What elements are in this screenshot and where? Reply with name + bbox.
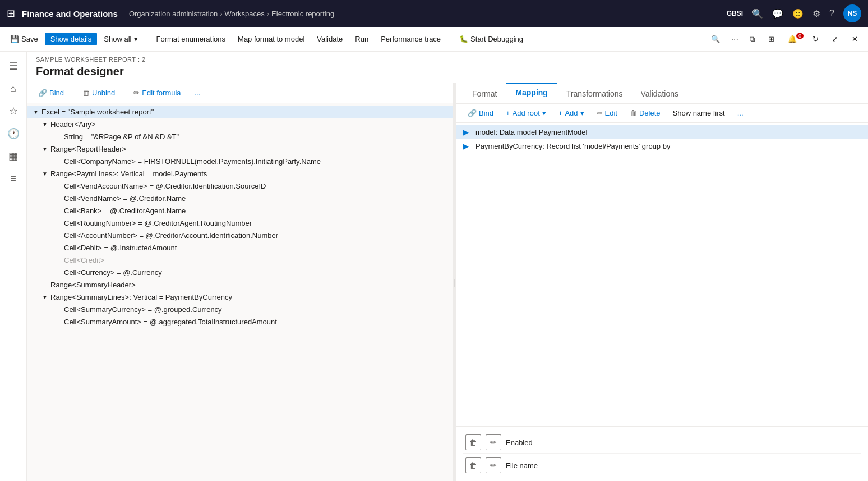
toolbar-more-icon[interactable]: ··· — [728, 32, 742, 47]
toolbar-badge-button[interactable]: 🔔0 — [782, 32, 805, 47]
bottom-row-filename: 🗑 ✏ File name — [463, 454, 861, 477]
show-name-first-button[interactable]: Show name first — [668, 107, 730, 119]
mapping-tree: ▶ model: Data model PaymentModel ▶ Payme… — [456, 123, 868, 426]
tree-item[interactable]: Cell<Debit> = @.InstructedAmount — [27, 241, 453, 254]
right-edit-button[interactable]: ✏ Edit — [592, 107, 622, 119]
toggle-icon — [54, 132, 63, 141]
breadcrumb-sep-2: › — [267, 10, 269, 18]
search-icon[interactable]: 🔍 — [752, 8, 763, 19]
add-root-button[interactable]: + Add root ▾ — [501, 107, 551, 119]
toolbar-expand-button[interactable]: ⤢ — [827, 32, 844, 47]
filename-edit-button[interactable]: ✏ — [486, 457, 501, 473]
format-tree: ▼ Excel = "Sample worksheet report" ▼ He… — [27, 103, 453, 481]
unbind-button[interactable]: 🗑 Unbind — [78, 87, 119, 99]
add-root-chevron-icon: ▾ — [542, 109, 546, 117]
breadcrumb-workspaces[interactable]: Workspaces — [224, 10, 264, 18]
sidebar-home-icon[interactable]: ⌂ — [3, 79, 24, 99]
filename-delete-button[interactable]: 🗑 — [465, 457, 481, 473]
left-pane-more-button[interactable]: ... — [190, 87, 205, 99]
tree-item[interactable]: Cell<AccountNumber> = @.CreditorAccount.… — [27, 229, 453, 241]
tree-item[interactable]: ▼ Range<SummaryLines>: Vertical = Paymen… — [27, 291, 453, 303]
run-button[interactable]: Run — [349, 33, 374, 45]
breadcrumb-sep-1: › — [220, 10, 222, 18]
tree-item[interactable]: Cell<Currency> = @.Currency — [27, 266, 453, 278]
format-enumerations-button[interactable]: Format enumerations — [151, 33, 232, 45]
main-content: SAMPLE WORKSHEET REPORT : 2 Format desig… — [27, 52, 868, 481]
enabled-delete-button[interactable]: 🗑 — [465, 434, 481, 450]
tree-item-text: Cell<VendName> = @.Creditor.Name — [64, 194, 186, 203]
bind-button[interactable]: 🔗 Bind — [34, 87, 68, 99]
toolbar-sep-1 — [147, 33, 147, 46]
toolbar-refresh-button[interactable]: ↻ — [807, 32, 824, 47]
tree-item[interactable]: Cell<Bank> = @.CreditorAgent.Name — [27, 204, 453, 217]
tree-item-text: Range<SummaryHeader> — [50, 281, 136, 289]
link-icon: 🔗 — [38, 89, 47, 97]
sidebar-favorites-icon[interactable]: ☆ — [3, 101, 24, 121]
toolbar-action2-button[interactable]: ⊞ — [763, 32, 780, 47]
tree-item[interactable]: Cell<VendName> = @.Creditor.Name — [27, 192, 453, 204]
tab-validations[interactable]: Validations — [632, 85, 687, 104]
right-bind-button[interactable]: 🔗 Bind — [463, 107, 498, 119]
tree-item[interactable]: ▼ Range<PaymLines>: Vertical = model.Pay… — [27, 167, 453, 180]
tab-format[interactable]: Format — [463, 85, 506, 104]
start-debugging-button[interactable]: 🐛 Start Debugging — [454, 33, 529, 45]
toggle-icon: ▼ — [40, 120, 49, 129]
format-tree-pane: 🔗 Bind 🗑 Unbind ✏ Edit formula ... — [27, 83, 453, 481]
left-pane-toolbar: 🔗 Bind 🗑 Unbind ✏ Edit formula ... — [27, 83, 453, 103]
toggle-icon — [54, 231, 63, 240]
tree-item-text: Range<PaymLines>: Vertical = model.Payme… — [50, 170, 207, 178]
help-icon[interactable]: ? — [829, 8, 834, 19]
tree-item-text: Header<Any> — [50, 120, 95, 129]
tree-item[interactable]: ▼ Excel = "Sample worksheet report" — [27, 106, 453, 118]
breadcrumb-er[interactable]: Electronic reporting — [271, 10, 334, 18]
map-format-to-model-button[interactable]: Map format to model — [232, 33, 310, 45]
tree-item[interactable]: String = "&RPage &P of &N &D &T" — [27, 130, 453, 143]
show-all-button[interactable]: Show all ▾ — [98, 33, 143, 45]
tree-item-text: Range<SummaryLines>: Vertical = PaymentB… — [50, 293, 232, 301]
tab-mapping[interactable]: Mapping — [506, 83, 557, 102]
delete-button[interactable]: 🗑 Delete — [625, 107, 665, 119]
mapping-item[interactable]: ▶ PaymentByCurrency: Record list 'model/… — [456, 139, 868, 153]
tree-item[interactable]: Cell<VendAccountName> = @.Creditor.Ident… — [27, 180, 453, 192]
breadcrumb-org[interactable]: Organization administration — [129, 10, 218, 18]
settings-icon[interactable]: ⚙ — [812, 8, 820, 19]
add-chevron-icon: ▾ — [580, 109, 584, 117]
right-more-button[interactable]: ... — [733, 107, 748, 119]
tree-item[interactable]: Cell<CompanyName> = FIRSTORNULL(model.Pa… — [27, 155, 453, 167]
debug-icon: 🐛 — [459, 35, 468, 43]
toolbar-search-button[interactable]: 🔍 — [705, 32, 726, 47]
breadcrumb: Organization administration › Workspaces… — [129, 10, 334, 18]
show-details-button[interactable]: Show details — [45, 33, 98, 45]
tree-item[interactable]: Cell<SummaryCurrency> = @.grouped.Curren… — [27, 303, 453, 315]
tree-item[interactable]: ▼ Header<Any> — [27, 118, 453, 130]
avatar[interactable]: NS — [843, 4, 861, 22]
sidebar-workspaces-icon[interactable]: ▦ — [3, 146, 24, 166]
tree-item[interactable]: Range<SummaryHeader> — [27, 278, 453, 291]
sidebar-recent-icon[interactable]: 🕐 — [3, 123, 24, 144]
tree-item[interactable]: Cell<RoutingNumber> = @.CreditorAgent.Ro… — [27, 217, 453, 229]
add-button[interactable]: + Add ▾ — [554, 107, 589, 119]
tree-item[interactable]: ▼ Range<ReportHeader> — [27, 143, 453, 155]
sidebar-modules-icon[interactable]: ≡ — [3, 168, 24, 189]
tree-item-text: Cell<RoutingNumber> = @.CreditorAgent.Ro… — [64, 219, 252, 227]
tree-item-text: Cell<Debit> = @.InstructedAmount — [64, 244, 177, 252]
message-icon[interactable]: 💬 — [772, 8, 783, 19]
tree-item[interactable]: Cell<SummaryAmount> = @.aggregated.Total… — [27, 315, 453, 328]
delete-icon: 🗑 — [630, 109, 637, 117]
app-grid-icon[interactable]: ⊞ — [7, 7, 15, 20]
mapping-toggle-icon: ▶ — [463, 142, 471, 150]
enabled-label: Enabled — [506, 438, 533, 447]
performance-trace-button[interactable]: Performance trace — [375, 33, 446, 45]
toolbar-close-button[interactable]: ✕ — [846, 32, 864, 47]
edit-formula-button[interactable]: ✏ Edit formula — [129, 87, 185, 99]
save-button[interactable]: 💾 Save — [4, 33, 44, 45]
smiley-icon[interactable]: 🙂 — [792, 8, 804, 19]
tab-transformations[interactable]: Transformations — [557, 85, 632, 104]
tree-item[interactable]: Cell<Credit> — [27, 254, 453, 266]
sidebar-hamburger-icon[interactable]: ☰ — [3, 56, 24, 76]
mapping-item[interactable]: ▶ model: Data model PaymentModel — [456, 125, 868, 139]
toolbar-action1-button[interactable]: ⧉ — [744, 32, 760, 47]
toggle-icon — [54, 157, 63, 166]
enabled-edit-button[interactable]: ✏ — [486, 434, 501, 450]
validate-button[interactable]: Validate — [311, 33, 348, 45]
